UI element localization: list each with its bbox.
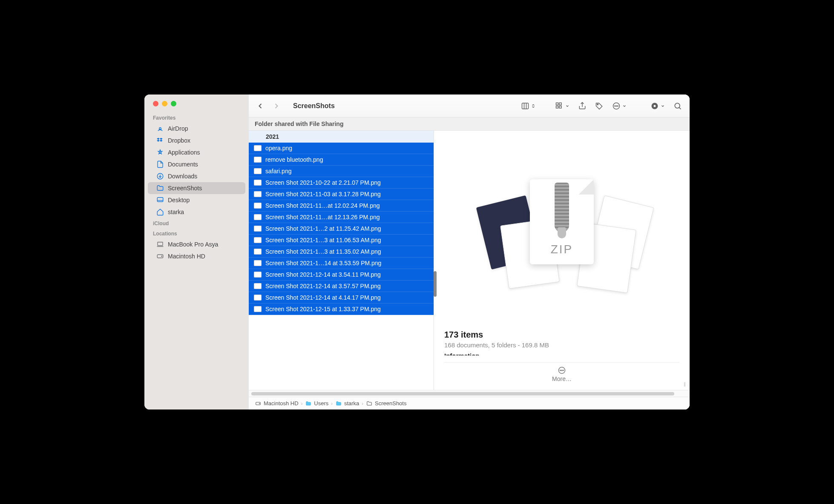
zip-archive-icon: ZIP: [530, 179, 594, 264]
file-item[interactable]: Screen Shot 2021-12-14 at 3.57.57 PM.png: [249, 281, 434, 292]
sidebar-item-label: starka: [168, 209, 184, 215]
path-segment[interactable]: Macintosh HD: [255, 400, 299, 407]
file-name: Screen Shot 2021-11…at 12.02.24 PM.png: [265, 202, 380, 209]
file-name: Screen Shot 2021-10-22 at 2.21.07 PM.png: [265, 179, 381, 186]
svg-text:A: A: [158, 150, 161, 155]
path-label: ScreenShots: [375, 400, 406, 407]
file-item[interactable]: Screen Shot 2021-1…2 at 11.25.42 AM.png: [249, 223, 434, 235]
path-segment[interactable]: starka: [335, 400, 359, 407]
image-file-icon: [254, 145, 262, 151]
sidebar-item-downloads[interactable]: Downloads: [148, 170, 245, 182]
toolbar: ScreenShots: [249, 94, 690, 117]
file-item[interactable]: Screen Shot 2021-11-03 at 3.17.28 PM.png: [249, 189, 434, 200]
group-header[interactable]: 2021: [249, 131, 434, 143]
file-item[interactable]: opera.png: [249, 143, 434, 154]
image-file-icon: [254, 249, 262, 255]
file-item[interactable]: Screen Shot 2021-1…3 at 11.35.02 AM.png: [249, 246, 434, 258]
more-actions-button[interactable]: [612, 102, 627, 110]
more-button[interactable]: More…: [444, 362, 679, 390]
sidebar-item-screenshots[interactable]: ScreenShots: [148, 182, 245, 194]
fullscreen-window-button[interactable]: [171, 101, 176, 106]
folder-icon: [156, 184, 164, 192]
file-item[interactable]: Screen Shot 2021-12-14 at 3.54.11 PM.png: [249, 269, 434, 281]
file-item[interactable]: Screen Shot 2021-12-14 at 4.14.17 PM.png: [249, 292, 434, 304]
sidebar-item-applications[interactable]: AApplications: [148, 146, 245, 158]
image-file-icon: [254, 168, 262, 174]
file-name: Screen Shot 2021-1…14 at 3.53.59 PM.png: [265, 260, 381, 266]
search-button[interactable]: [673, 102, 682, 110]
svg-point-25: [675, 103, 680, 108]
horizontal-scrollbar-thumb[interactable]: [251, 392, 674, 395]
path-bar: Macintosh HD›Users›starka›ScreenShots: [249, 397, 690, 410]
zipper-icon: [555, 183, 569, 232]
information-heading: Information: [444, 352, 679, 355]
svg-rect-15: [556, 106, 558, 108]
minimize-window-button[interactable]: [162, 101, 167, 106]
image-file-icon: [254, 260, 262, 266]
path-segment[interactable]: Users: [305, 400, 328, 407]
item-sub-count: 168 documents, 5 folders - 169.8 MB: [444, 341, 679, 349]
group-by-button[interactable]: [555, 102, 569, 110]
file-item[interactable]: Screen Shot 2021-12-15 at 1.33.37 PM.png: [249, 304, 434, 315]
sidebar-item-label: Applications: [168, 149, 200, 156]
top-section: FavoritesAirDropDropboxAApplicationsDocu…: [144, 94, 690, 410]
sidebar-item-macbook-pro-asya[interactable]: MacBook Pro Asya: [148, 238, 245, 250]
sidebar-item-dropbox[interactable]: Dropbox: [148, 135, 245, 146]
file-name: Screen Shot 2021-12-14 at 3.54.11 PM.png: [265, 271, 381, 278]
path-segment[interactable]: ScreenShots: [366, 400, 406, 407]
svg-point-32: [259, 403, 259, 404]
horizontal-scrollbar-track[interactable]: [249, 390, 690, 397]
back-button[interactable]: [253, 100, 267, 112]
image-file-icon: [254, 237, 262, 243]
file-item[interactable]: Screen Shot 2021-11…at 12.02.24 PM.png: [249, 200, 434, 212]
preview-pane: ZIP 173 items 168 documents, 5 folders -…: [434, 131, 690, 390]
share-button[interactable]: [578, 102, 587, 110]
sidebar-item-documents[interactable]: Documents: [148, 158, 245, 170]
laptop-icon: [156, 241, 164, 248]
view-mode-button[interactable]: [521, 102, 535, 110]
desktop-icon: [156, 196, 164, 204]
svg-rect-10: [522, 103, 529, 109]
image-file-icon: [254, 203, 262, 209]
file-item[interactable]: remove bluetooth.png: [249, 154, 434, 166]
share-banner: Folder shared with File Sharing: [249, 117, 690, 131]
preview-thumbnail: ZIP: [434, 131, 690, 330]
path-label: Macintosh HD: [264, 400, 299, 407]
column-resize-handle[interactable]: ‖: [682, 382, 687, 387]
folder-system-icon: [335, 401, 342, 407]
file-item[interactable]: Screen Shot 2021-10-22 at 2.21.07 PM.png: [249, 177, 434, 189]
sidebar-item-label: Desktop: [168, 197, 190, 203]
forward-button[interactable]: [269, 100, 284, 112]
file-name: Screen Shot 2021-12-15 at 1.33.37 PM.png: [265, 306, 381, 312]
file-name: Screen Shot 2021-1…2 at 11.25.42 AM.png: [265, 225, 381, 232]
sidebar-item-macintosh-hd[interactable]: Macintosh HD: [148, 250, 245, 262]
finder-window: FavoritesAirDropDropboxAApplicationsDocu…: [144, 94, 690, 410]
file-item[interactable]: safari.png: [249, 166, 434, 177]
preview-meta: 173 items 168 documents, 5 folders - 169…: [434, 330, 690, 360]
svg-point-21: [616, 106, 617, 106]
disk-icon: [156, 252, 164, 260]
sidebar-item-label: ScreenShots: [168, 185, 202, 192]
close-window-button[interactable]: [153, 101, 158, 106]
home-icon: [156, 208, 164, 216]
file-item[interactable]: Screen Shot 2021-1…14 at 3.53.59 PM.png: [249, 258, 434, 269]
svg-point-9: [161, 256, 162, 257]
folder-system-icon: [305, 401, 312, 407]
sidebar-item-starka[interactable]: starka: [148, 206, 245, 218]
path-separator-icon: ›: [301, 401, 303, 406]
file-item[interactable]: Screen Shot 2021-1…3 at 11.06.53 AM.png: [249, 235, 434, 246]
preview-toggle-button[interactable]: [650, 102, 665, 110]
file-list-column: 2021 opera.pngremove bluetooth.pngsafari…: [249, 131, 434, 390]
file-item[interactable]: Screen Shot 2021-11…at 12.13.26 PM.png: [249, 212, 434, 223]
sidebar-item-label: Dropbox: [168, 137, 190, 144]
window-title: ScreenShots: [293, 102, 335, 110]
path-separator-icon: ›: [362, 401, 363, 406]
svg-point-22: [618, 106, 618, 106]
sidebar-item-desktop[interactable]: Desktop: [148, 194, 245, 206]
file-name: Screen Shot 2021-11-03 at 3.17.28 PM.png: [265, 191, 381, 198]
svg-point-29: [561, 370, 562, 371]
tags-button[interactable]: [595, 102, 604, 110]
file-name: Screen Shot 2021-1…3 at 11.35.02 AM.png: [265, 248, 381, 255]
path-label: starka: [344, 400, 359, 407]
sidebar-item-airdrop[interactable]: AirDrop: [148, 123, 245, 135]
